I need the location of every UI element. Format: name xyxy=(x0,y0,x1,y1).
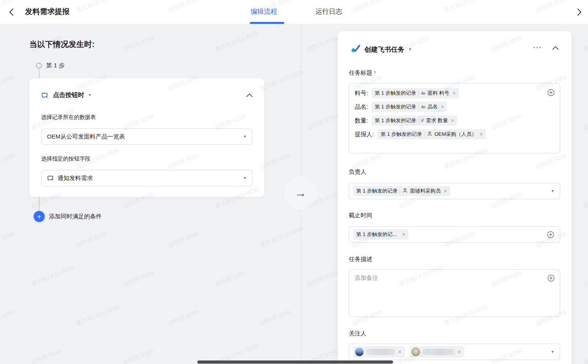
watermark-text: 赵晗雨 9289 xyxy=(259,308,292,328)
caret-down-icon: ▼ xyxy=(551,189,554,193)
remove-tag-icon[interactable]: × xyxy=(398,349,401,355)
insert-variable-icon[interactable] xyxy=(547,89,555,96)
watermark-text: 赵晗雨 9289 xyxy=(0,152,16,171)
table-select-value: OEM从公司发面料产品一览表 xyxy=(47,133,240,141)
flow-arrow: → xyxy=(283,175,319,211)
caret-down-icon: ▼ xyxy=(243,135,247,139)
watermark-text: 董文栋(大D) 8836 xyxy=(259,225,305,249)
watermark-text: 董文栋(大D) 8836 xyxy=(582,186,588,210)
top-header: 发料需求提报 编辑流程 运行日志 xyxy=(0,0,588,24)
number-field-type-icon: # xyxy=(421,118,424,123)
button-field-label: 选择指定的按钮字段 xyxy=(41,155,90,162)
task-desc-textarea[interactable]: 添加备注 xyxy=(349,269,560,317)
watermark-text: 赵晗雨 9289 xyxy=(167,230,200,249)
active-tab-indicator xyxy=(250,22,284,24)
variable-tag[interactable]: 第 1 步触发的记录 A≡ 品名 × xyxy=(372,102,447,112)
watermark-text: 赵晗雨 9289 xyxy=(167,308,200,328)
redacted-name xyxy=(366,349,395,355)
task-title-field[interactable]: 料号: 第 1 步触发的记录 A≡ 面料 料号 × 品名: 第 1 步触发的记录… xyxy=(349,83,560,153)
watermark-text: 赵晗雨 9289 xyxy=(122,34,155,54)
button-field-select[interactable]: 通知发料需求 ▼ xyxy=(41,170,253,186)
remove-tag-icon[interactable]: × xyxy=(480,132,483,137)
variable-tag[interactable]: 第 1 步触发的记录 # 需求 数量 × xyxy=(372,115,457,126)
remove-tag-icon[interactable]: × xyxy=(402,232,405,237)
caret-down-icon: ▼ xyxy=(551,350,554,354)
button-field-value: 通知发料需求 xyxy=(58,175,240,182)
person-field-type-icon xyxy=(427,131,432,138)
insert-variable-icon[interactable] xyxy=(547,274,555,282)
remove-tag-icon[interactable]: × xyxy=(441,104,444,110)
more-icon[interactable]: ⋯ xyxy=(533,43,542,52)
text-field-type-icon: A≡ xyxy=(421,91,426,96)
back-icon[interactable] xyxy=(7,7,16,17)
follower-tag[interactable]: × xyxy=(409,346,464,358)
variable-tag[interactable]: 第 1 步触发的记录 OEM采购（人员） × xyxy=(377,129,486,139)
table-select-label: 选择记录所在的数据表 xyxy=(41,114,96,121)
desc-placeholder: 添加备注 xyxy=(355,274,378,281)
trigger-heading: 当以下情况发生时: xyxy=(29,39,95,50)
forward-icon[interactable] xyxy=(574,7,584,17)
title-row-product-name: 品名: 第 1 步触发的记录 A≡ 品名 × xyxy=(355,102,544,112)
person-field-type-icon xyxy=(402,187,408,195)
trigger-type-label: 点击按钮时 xyxy=(53,91,84,99)
watermark-text: 赵晗雨 9289 xyxy=(30,348,63,364)
owner-label: 负责人 xyxy=(349,168,366,176)
variable-tag[interactable]: 第 1 步触发的记录 A≡ 面料 料号 × xyxy=(372,88,459,98)
remove-tag-icon[interactable]: × xyxy=(451,118,454,123)
remove-tag-icon[interactable]: × xyxy=(453,90,456,96)
remove-tag-icon[interactable]: × xyxy=(444,188,447,194)
watermark-text: 董文栋(大D) 8836 xyxy=(582,342,588,364)
owner-select[interactable]: 第 1 步触发的记录 面辅料采购员 × ▼ xyxy=(349,183,560,199)
watermark-text: 赵晗雨 9289 xyxy=(75,230,108,249)
watermark-text: 董文栋(大D) 8836 xyxy=(582,29,588,53)
watermark-text: 董文栋(大D) 8836 xyxy=(75,303,121,327)
remove-tag-icon[interactable]: × xyxy=(458,349,461,355)
watermark-text: 赵晗雨 9289 xyxy=(306,269,339,288)
horizontal-scrollbar-thumb[interactable] xyxy=(197,360,393,364)
caret-down-icon: ▼ xyxy=(243,177,247,180)
due-time-label: 截止时间 xyxy=(349,212,372,219)
title-row-quantity: 数量: 第 1 步触发的记录 # 需求 数量 × xyxy=(355,115,544,126)
insert-variable-icon[interactable] xyxy=(547,231,554,238)
follower-tag[interactable]: × xyxy=(353,346,405,358)
caret-down-icon: ▼ xyxy=(408,48,412,51)
automation-editor-screen: 发料需求提报 编辑流程 运行日志 当以下情况发生时: 第 1 步 点击按钮时 ▼… xyxy=(0,0,588,364)
trigger-type-selector[interactable]: 点击按钮时 ▼ xyxy=(41,91,92,99)
task-desc-label: 任务描述 xyxy=(349,256,372,263)
page-title: 发料需求提报 xyxy=(25,7,70,17)
step-indicator xyxy=(36,63,42,68)
avatar xyxy=(411,348,420,356)
watermark-text: 赵晗雨 9289 xyxy=(0,74,16,93)
action-type-selector[interactable]: 创建飞书任务 ▼ xyxy=(350,43,412,55)
trigger-card: 点击按钮时 ▼ 选择记录所在的数据表 OEM从公司发面料产品一览表 ▼ 选择指定… xyxy=(29,78,264,197)
arrow-right-icon: → xyxy=(295,186,307,200)
action-card: 创建飞书任务 ▼ ⋯ 任务标题* 料号: 第 1 步触发的记录 A≡ 面料 料号… xyxy=(338,31,572,364)
add-condition-label: 添加同时满足的条件 xyxy=(49,213,102,220)
followers-label: 关注人 xyxy=(349,330,366,337)
collapse-icon[interactable] xyxy=(551,45,560,50)
watermark-text: 赵晗雨 9289 xyxy=(122,348,155,364)
required-star: * xyxy=(374,69,376,76)
watermark-text: 赵晗雨 9289 xyxy=(582,113,588,132)
watermark-text: 赵晗雨 9289 xyxy=(582,269,588,288)
watermark-text: 赵晗雨 9289 xyxy=(306,113,339,132)
collapse-icon[interactable] xyxy=(245,92,253,98)
followers-select[interactable]: × × ▼ xyxy=(349,344,560,360)
button-click-icon xyxy=(41,92,49,99)
title-row-submitter: 提报人: 第 1 步触发的记录 OEM采购（人员） × xyxy=(355,129,544,139)
title-row-material-no: 料号: 第 1 步触发的记录 A≡ 面料 料号 × xyxy=(355,88,544,98)
tab-edit-flow[interactable]: 编辑流程 xyxy=(251,7,277,16)
variable-tag[interactable]: 第 1 步触发的记录 面辅料采购员 × xyxy=(353,186,450,196)
add-condition-button[interactable]: + 添加同时满足的条件 xyxy=(34,211,102,222)
due-time-field[interactable]: 第 1 步触发的记... × xyxy=(349,226,560,243)
variable-tag[interactable]: 第 1 步触发的记... × xyxy=(353,229,408,240)
watermark-text: 赵晗雨 9289 xyxy=(122,269,155,288)
redacted-name xyxy=(423,349,454,355)
task-title-label: 任务标题* xyxy=(349,69,376,77)
table-select[interactable]: OEM从公司发面料产品一览表 ▼ xyxy=(41,128,253,145)
watermark-text: 赵晗雨 9289 xyxy=(214,269,247,288)
feishu-task-icon xyxy=(350,43,361,55)
button-field-icon xyxy=(47,175,54,182)
tab-run-log[interactable]: 运行日志 xyxy=(316,7,342,16)
avatar xyxy=(355,348,364,356)
